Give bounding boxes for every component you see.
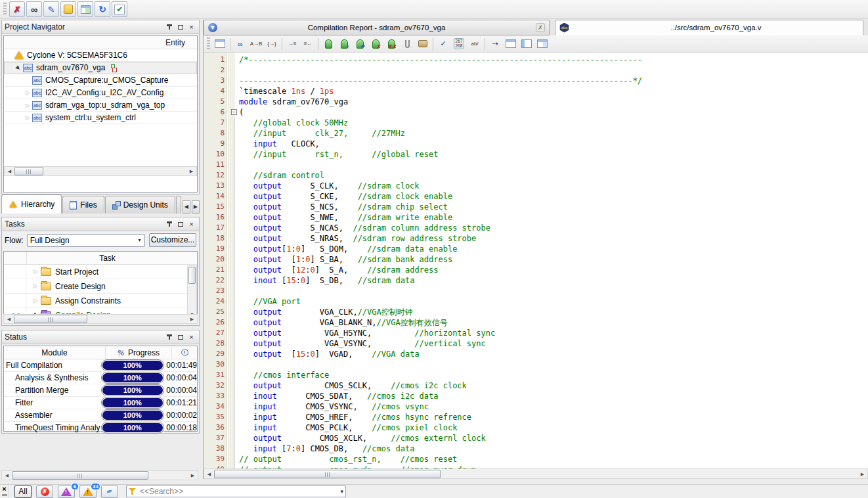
split-view-icon[interactable] [504, 37, 518, 51]
scroll-left-icon[interactable]: ◀ [4, 315, 14, 323]
fold-scope-line [234, 433, 234, 443]
device-row[interactable]: Cyclone V: 5CSEMA5F31C6 [4, 49, 197, 62]
attach-icon[interactable] [400, 37, 414, 51]
pin-icon[interactable] [164, 22, 174, 32]
close-icon[interactable]: × [186, 332, 196, 342]
side-view-icon[interactable] [535, 37, 550, 51]
scroll-right-icon[interactable]: ▶ [188, 471, 198, 480]
pin-icon[interactable] [164, 332, 174, 342]
tree-item[interactable]: ▷abcsystem_ctrl:u_system_ctrl [4, 112, 197, 124]
notes-icon[interactable] [60, 1, 76, 17]
flow-select[interactable]: Full Design ▼ [27, 234, 145, 247]
tab-files[interactable]: Files [62, 196, 104, 214]
fold-toggle-icon[interactable]: − [231, 109, 237, 115]
line-number: 25 [204, 307, 225, 317]
expander-icon[interactable]: ▷ [24, 90, 32, 96]
find-icon[interactable]: ∞ [26, 1, 42, 17]
scroll-left-icon[interactable]: ◀ [5, 167, 14, 175]
task-row[interactable]: ▷Assign Constraints [4, 294, 197, 308]
tab-scroll-left-icon[interactable]: ◀ [183, 200, 190, 214]
expander-icon[interactable]: ▷ [24, 115, 32, 121]
expander-icon[interactable]: ▶ [14, 63, 24, 73]
design-assistant-icon[interactable]: ✔ [112, 1, 127, 17]
indent-icon[interactable]: →≡ [285, 37, 299, 51]
scroll-left-icon[interactable]: ◀ [2, 471, 12, 480]
tab-hierarchy[interactable]: Hierarchy [1, 194, 62, 214]
editor-hscrollbar[interactable]: ◀ ▶ [204, 468, 868, 479]
matching-bracket-icon[interactable]: {→} [265, 37, 279, 51]
entity-label: sdram_ov7670_vga [36, 63, 105, 72]
code-editor[interactable]: 1/*-------------------------------------… [204, 53, 868, 468]
scroll-right-icon[interactable]: ▶ [186, 167, 196, 175]
line-numbers-icon[interactable]: 267268 [452, 37, 466, 51]
task-row[interactable]: ▷Start Project [4, 265, 197, 279]
expander-icon[interactable]: ▷ [24, 102, 32, 108]
scroll-right-icon[interactable]: ▶ [857, 470, 867, 478]
restore-icon[interactable] [175, 22, 185, 32]
chevron-down-icon[interactable]: ▾ [340, 488, 343, 495]
close-icon[interactable]: × [2, 485, 6, 493]
goto-line-icon[interactable]: ⇢ [488, 37, 502, 51]
tree-item[interactable]: ▷abcI2C_AV_Config:u_I2C_AV_Config [4, 87, 197, 99]
scroll-left-icon[interactable]: ◀ [204, 470, 214, 478]
code-line: 15 output S_NCS, //sdram chip select [204, 202, 868, 212]
editor-tab[interactable]: ▼Compilation Report - sdram_ov7670_vga✗ [204, 20, 550, 35]
spell-check-icon[interactable]: ✓ [436, 37, 450, 51]
previous-bookmark-icon[interactable]: ↶ [353, 37, 367, 51]
module-name: Fitter [4, 397, 101, 409]
expander-icon[interactable]: ▷ [32, 269, 39, 275]
tree-item[interactable]: abcCMOS_Capture:u_CMOS_Capture [4, 74, 197, 87]
code-line: 19 output[1:0] S_DQM, //sdram data enabl… [204, 244, 868, 254]
expander-icon[interactable]: ▷ [32, 283, 39, 289]
comment-icon[interactable]: ab/ [467, 37, 482, 51]
task-row[interactable]: ▷Create Design [4, 279, 197, 294]
close-icon[interactable]: × [186, 219, 196, 229]
close-icon[interactable]: ✗ [536, 23, 545, 32]
next-bookmark-icon[interactable]: ↑ [337, 37, 351, 51]
report-panels-icon[interactable] [77, 1, 93, 17]
customize-button[interactable]: Customize... [149, 233, 196, 247]
tab-sliver[interactable] [176, 196, 181, 214]
dock-hscrollbar[interactable]: ◀ ▶ [1, 470, 198, 480]
code-line: 26 output VGA_BLANK_N,//VGA控制有效信号 [204, 317, 868, 328]
tree-item[interactable]: ▶abcsdram_ov7670_vga [4, 62, 197, 74]
refresh-icon[interactable]: ↻ [95, 1, 110, 17]
line-number: 27 [204, 328, 225, 338]
critical-warnings-filter-icon[interactable]: 6 [58, 486, 75, 498]
restore-icon[interactable] [175, 219, 185, 229]
edit-settings-icon[interactable]: ✎ [43, 1, 59, 17]
tab-scroll-right-icon[interactable]: ▶ [192, 200, 200, 214]
editor-tab[interactable]: abc../src/sdram_ov7670_vga.v [555, 20, 863, 35]
tree-item[interactable]: ▷abcsdram_vga_top:u_sdram_vga_top [4, 99, 197, 112]
fold-scope-line [234, 307, 234, 317]
message-search-box[interactable]: ▾ [126, 486, 346, 497]
messages-filter-icon[interactable]: ✒ [101, 486, 118, 498]
close-icon[interactable]: × [186, 22, 196, 32]
stop-processing-icon[interactable]: ✗ [9, 1, 25, 17]
code-line: 6−( [204, 107, 868, 118]
errors-filter-icon[interactable]: ✗ [36, 486, 53, 498]
unindent-icon[interactable]: ≡← [301, 37, 315, 51]
pin-icon[interactable] [164, 219, 174, 229]
macro-icon[interactable] [416, 37, 430, 51]
search-input[interactable] [140, 487, 340, 496]
tab-design-units[interactable]: Design Units [105, 196, 175, 214]
delete-all-bookmarks-icon[interactable]: ✗✗ [384, 37, 399, 51]
fold-scope-line [234, 401, 234, 412]
bookmark-icon[interactable] [321, 37, 336, 51]
toolbar-grip[interactable] [207, 37, 210, 51]
delete-bookmark-icon[interactable]: ✗ [368, 37, 383, 51]
tasks-vscrollbar[interactable]: ▼ [187, 265, 197, 317]
find-icon[interactable]: ∞ [233, 37, 248, 51]
nav-hscrollbar[interactable]: ◀ ▶ [4, 166, 197, 176]
restore-icon[interactable] [175, 332, 185, 342]
expander-icon[interactable]: ▷ [32, 298, 39, 304]
warnings-filter-icon[interactable]: 34 [79, 486, 97, 498]
full-view-icon[interactable] [519, 37, 534, 51]
scroll-right-icon[interactable]: ▶ [187, 315, 197, 323]
tasks-hscrollbar[interactable]: ◀ ▶ [3, 314, 198, 324]
insert-template-icon[interactable] [213, 37, 227, 51]
all-messages-button[interactable]: All [14, 486, 32, 498]
replace-icon[interactable]: A→B [249, 37, 263, 51]
toolbar-grip[interactable] [3, 3, 7, 16]
